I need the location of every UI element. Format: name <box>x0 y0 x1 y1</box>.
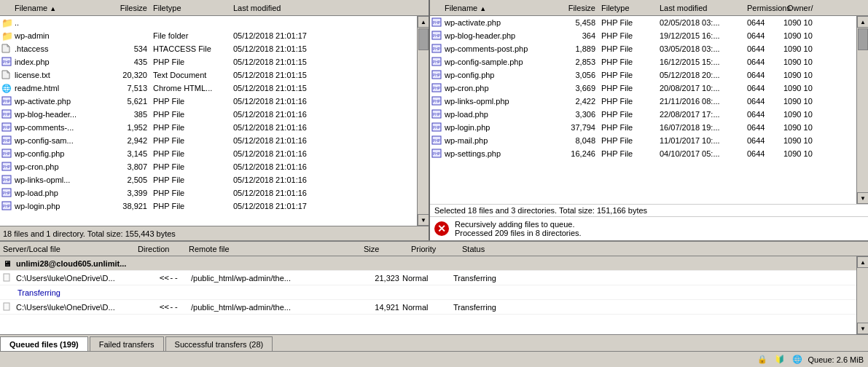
left-col-filetype[interactable]: Filetype <box>150 2 230 14</box>
list-item[interactable]: PHPwp-config-sam...2,942PHP File05/12/20… <box>0 134 417 147</box>
php-icon: PHP <box>1 109 13 120</box>
list-item[interactable]: PHPwp-load.php3,399PHP File05/12/2018 21… <box>0 186 417 200</box>
list-item[interactable]: PHPwp-cron.php3,807PHP File05/12/2018 21… <box>0 160 417 173</box>
tab-failed[interactable]: Failed transfers <box>90 336 164 351</box>
tab-queued[interactable]: Queued files (199) <box>0 336 88 351</box>
right-col-permissions[interactable]: Permissions <box>744 2 784 14</box>
transfer-scroll-down[interactable]: ▼ <box>857 323 868 334</box>
list-item[interactable]: PHPwp-settings.php16,246PHP File04/10/20… <box>430 147 856 160</box>
transfer-row[interactable]: C:\Users\luke\OneDrive\D...<<--/public_h… <box>0 271 856 285</box>
svg-text:PHP: PHP <box>3 138 11 143</box>
list-item[interactable]: PHPwp-comments-post.php1,889PHP File03/0… <box>430 42 856 55</box>
php-icon: PHP <box>431 17 443 28</box>
folder-icon: 📁 <box>1 17 13 28</box>
transfer-scroll-track <box>857 268 868 323</box>
list-item[interactable]: PHPwp-activate.php5,621PHP File05/12/201… <box>0 95 417 108</box>
transfer-pane: Server/Local file Direction Remote file … <box>0 240 868 351</box>
transfer-remote: /public_html/wp-admin/the... <box>191 274 359 283</box>
list-item[interactable]: PHPwp-config.php3,145PHP File05/12/2018 … <box>0 147 417 160</box>
file-owner: 1090 10 <box>783 71 827 79</box>
file-modified: 05/12/2018 21:01:16 <box>233 97 335 106</box>
list-item[interactable]: PHPwp-load.php3,306PHP File22/08/2017 17… <box>430 108 856 121</box>
file-modified: 05/12/2018 20:... <box>660 71 747 79</box>
file-owner: 1090 10 <box>783 58 827 66</box>
left-scrollbar[interactable]: ▲ ▼ <box>417 16 429 226</box>
transfer-server: C:\Users\luke\OneDrive\D... <box>16 303 147 312</box>
transfer-row[interactable]: C:\Users\luke\OneDrive\D...<<--/public_h… <box>0 300 856 315</box>
svg-text:PHP: PHP <box>433 47 441 51</box>
right-scroll-up-btn[interactable]: ▲ <box>857 16 868 28</box>
list-item[interactable]: .htaccess534HTACCESS File05/12/2018 21:0… <box>0 42 417 55</box>
list-item[interactable]: PHPindex.php435PHP File05/12/2018 21:01:… <box>0 55 417 68</box>
file-modified: 05/12/2018 21:01:17 <box>233 202 335 210</box>
file-name: wp-load.php <box>445 110 561 119</box>
right-col-filetype[interactable]: Filetype <box>598 2 657 14</box>
transfer-status-text: Transferring <box>17 288 853 297</box>
left-col-modified[interactable]: Last modified <box>230 2 332 14</box>
file-type: File folder <box>153 31 233 40</box>
transfer-row[interactable]: 🖥unlimi28@cloud605.unlimit... <box>0 256 856 271</box>
right-scrollbar[interactable]: ▲ ▼ <box>856 16 868 204</box>
svg-text:PHP: PHP <box>433 33 441 38</box>
file-type: PHP File <box>153 58 233 66</box>
list-item[interactable]: 📁wp-adminFile folder05/12/2018 21:01:17 <box>0 29 417 42</box>
svg-text:PHP: PHP <box>3 178 11 182</box>
right-col-modified[interactable]: Last modified <box>657 2 744 14</box>
transfer-status: Transferring <box>453 274 526 283</box>
file-perms: 0644 <box>747 97 783 106</box>
right-col-filename[interactable]: Filename ▲ <box>442 2 558 14</box>
list-item[interactable]: 🌐readme.html7,513Chrome HTML...05/12/201… <box>0 82 417 95</box>
list-item[interactable]: PHPwp-links-opml...2,505PHP File05/12/20… <box>0 173 417 186</box>
file-owner: 1090 10 <box>783 149 827 158</box>
scroll-thumb[interactable] <box>418 28 429 50</box>
scroll-down-btn[interactable]: ▼ <box>418 214 429 226</box>
file-size: 385 <box>113 110 153 119</box>
file-size: 2,422 <box>561 97 601 106</box>
list-item[interactable]: PHPwp-comments-...1,952PHP File05/12/201… <box>0 121 417 134</box>
right-col-filesize[interactable]: Filesize <box>558 2 598 14</box>
left-col-filename[interactable]: Filename ▲ <box>12 2 110 14</box>
file-type: PHP File <box>153 123 233 132</box>
list-item[interactable]: PHPwp-config-sample.php2,853PHP File16/1… <box>430 55 856 68</box>
php-icon: PHP <box>431 96 443 107</box>
right-scroll-thumb[interactable] <box>858 28 868 50</box>
file-size: 1,889 <box>561 44 601 53</box>
transfer-col-server: Server/Local file <box>0 244 135 254</box>
list-item[interactable]: PHPwp-login.php38,921PHP File05/12/2018 … <box>0 200 417 213</box>
right-scroll-down-btn[interactable]: ▼ <box>857 192 868 204</box>
list-item[interactable]: 📁.. <box>0 16 417 29</box>
list-item[interactable]: PHPwp-links-opml.php2,422PHP File21/11/2… <box>430 95 856 108</box>
scroll-up-btn[interactable]: ▲ <box>418 16 429 28</box>
file-modified: 16/07/2018 19:... <box>660 123 747 132</box>
file-name: wp-cron.php <box>15 162 113 171</box>
list-item[interactable]: PHPwp-login.php37,794PHP File16/07/2018 … <box>430 121 856 134</box>
tab-bar: Queued files (199) Failed transfers Succ… <box>0 334 868 351</box>
list-item[interactable]: PHPwp-cron.php3,669PHP File20/08/2017 10… <box>430 82 856 95</box>
list-item[interactable]: PHPwp-config.php3,056PHP File05/12/2018 … <box>430 68 856 82</box>
list-item[interactable]: PHPwp-blog-header...385PHP File05/12/201… <box>0 108 417 121</box>
list-item[interactable]: PHPwp-activate.php5,458PHP File02/05/201… <box>430 16 856 29</box>
transfer-scroll-up[interactable]: ▲ <box>857 256 868 268</box>
file-name: readme.html <box>15 84 113 92</box>
php-icon: PHP <box>431 135 443 146</box>
file-size: 37,794 <box>561 123 601 132</box>
file-type: Text Document <box>153 71 233 79</box>
transfer-row[interactable]: Transferring <box>0 285 856 300</box>
list-item[interactable]: PHPwp-mail.php8,048PHP File11/01/2017 10… <box>430 134 856 147</box>
file-type: PHP File <box>153 110 233 119</box>
left-col-filesize[interactable]: Filesize <box>110 2 150 14</box>
tab-successful[interactable]: Successful transfers (28) <box>165 336 273 351</box>
file-size: 5,458 <box>561 18 601 27</box>
list-item[interactable]: license.txt20,320Text Document05/12/2018… <box>0 68 417 82</box>
right-file-rows: PHPwp-activate.php5,458PHP File02/05/201… <box>430 16 856 204</box>
file-type: PHP File <box>153 189 233 197</box>
message-text: Recursively adding files to queue. Proce… <box>455 220 582 237</box>
file-size: 1,952 <box>113 123 153 132</box>
list-item[interactable]: PHPwp-blog-header.php364PHP File19/12/20… <box>430 29 856 42</box>
svg-text:PHP: PHP <box>433 112 441 117</box>
file-perms: 0644 <box>747 71 783 79</box>
transfer-scrollbar[interactable]: ▲ ▼ <box>856 256 868 334</box>
right-col-owner[interactable]: Owner/ <box>784 2 824 14</box>
file-perms: 0644 <box>747 31 783 40</box>
file-name: wp-settings.php <box>445 149 561 158</box>
